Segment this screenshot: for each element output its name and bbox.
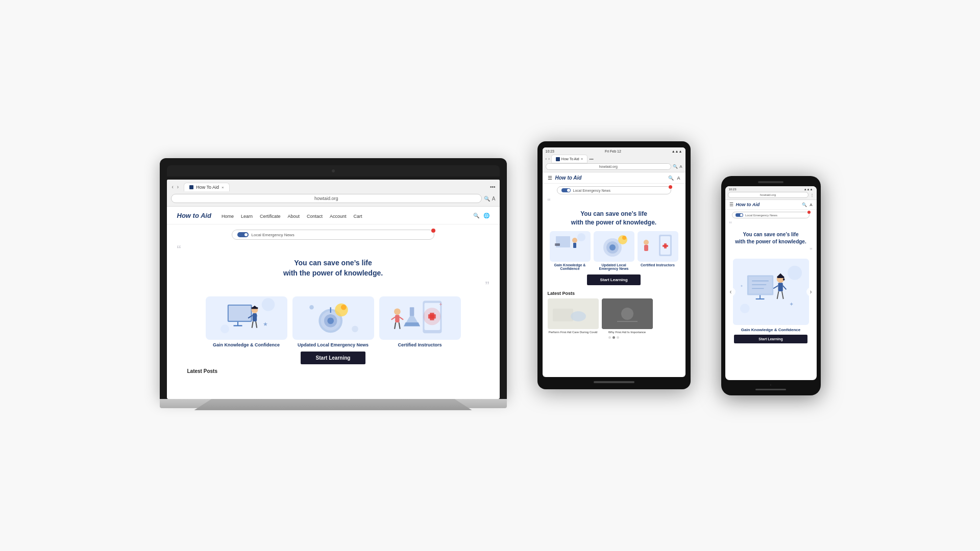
tablet-post-image-1: [548, 298, 599, 329]
laptop-nav-home[interactable]: Home: [222, 211, 234, 220]
tablet-feature-card-2: Updated Local Emergency News: [594, 231, 634, 270]
tablet-feature-card-3: Certified Instructors: [638, 231, 678, 270]
laptop-nav-contact[interactable]: Contact: [307, 211, 323, 220]
svg-point-78: [782, 279, 785, 281]
tablet-forward-icon[interactable]: ›: [548, 157, 550, 161]
laptop-stand: [160, 399, 507, 410]
svg-point-46: [622, 236, 626, 240]
back-arrow-icon[interactable]: ‹: [171, 183, 175, 191]
svg-text:✦: ✦: [789, 301, 793, 307]
laptop-translate-icon[interactable]: 🌐: [483, 213, 489, 218]
tablet-tab-row: ‹ › How To Aid × •••: [546, 155, 682, 163]
tablet-device: 10:23 Fri Feb 12 ▲▲▲ ‹ › How To Aid × ••…: [537, 141, 691, 389]
tablet-address-input[interactable]: howtaid.org: [546, 163, 672, 170]
phone-search-icon[interactable]: 🔍: [802, 203, 807, 207]
tablet-dot-3[interactable]: [617, 336, 619, 339]
tablet-hamburger-icon[interactable]: ☰: [548, 175, 552, 181]
tablet-translate-icon[interactable]: A: [679, 164, 682, 169]
search-icon[interactable]: 🔍: [484, 196, 490, 202]
laptop-site-nav: How to Aid Home Learn Certificate About …: [167, 207, 500, 224]
laptop-quote-close: ”: [177, 280, 489, 292]
phone-tagline: You can save one’s life with the power o…: [725, 231, 817, 245]
tablet-quote-open: “: [543, 197, 685, 208]
laptop-nav-certificate[interactable]: Certificate: [260, 211, 281, 220]
svg-line-33: [399, 317, 403, 320]
laptop-news-banner[interactable]: Local Emergency News: [232, 230, 435, 240]
tablet-browser-tab[interactable]: How To Aid ×: [551, 155, 588, 163]
phone-news-label: Local Emergency News: [745, 214, 777, 217]
forward-arrow-icon[interactable]: ›: [176, 183, 180, 191]
laptop-device: ‹ › How To Aid × ••• howtaid.org: [160, 158, 507, 408]
phone-device: 10:23 ▲▲▲ howtaid.org ⋮ ☰ How to Aid 🔍 A: [721, 176, 821, 395]
svg-rect-52: [644, 245, 648, 251]
phone-start-learning-button[interactable]: Start Learning: [734, 335, 807, 343]
tablet-feature-illustration-3: [638, 231, 678, 262]
svg-point-18: [327, 318, 334, 324]
laptop-browser-tab[interactable]: How To Aid ×: [184, 183, 230, 191]
laptop-camera: [332, 169, 335, 172]
phone-carousel-next-button[interactable]: ›: [806, 287, 816, 296]
laptop-nav-cart[interactable]: Cart: [354, 211, 362, 220]
laptop-news-toggle[interactable]: [237, 232, 249, 237]
tab-close-icon[interactable]: ×: [222, 185, 224, 190]
laptop-body: ‹ › How To Aid × ••• howtaid.org: [160, 158, 507, 399]
tablet-translate-icon-nav[interactable]: A: [677, 176, 680, 181]
laptop-nav-about[interactable]: About: [287, 211, 300, 220]
phone-carousel-card: ✦ ✦: [733, 259, 809, 325]
phone-news-banner[interactable]: Local Emergency News: [732, 212, 810, 218]
laptop-nav-learn[interactable]: Learn: [241, 211, 253, 220]
svg-point-22: [309, 305, 314, 310]
phone-back-label[interactable]: ‹: [770, 383, 771, 387]
browser-action-icons: 🔍 A: [484, 196, 496, 202]
phone-site-logo: How to Aid: [736, 202, 760, 207]
tablet-top-bar: 10:23 Fri Feb 12 ▲▲▲: [546, 149, 682, 153]
phone-quote-open: “: [725, 220, 817, 230]
tablet-post-svg-2: [602, 298, 653, 329]
tablet-tagline-line1: You can save one’s life: [550, 210, 678, 218]
svg-line-34: [395, 322, 396, 329]
tablet-post-card-2[interactable]: Why First Aid Is Importance: [602, 298, 653, 334]
tablet-tab-close-icon[interactable]: ×: [581, 157, 583, 161]
tablet-search-icon[interactable]: 🔍: [673, 164, 678, 169]
tablet-nav-action-icons: 🔍 A: [668, 176, 680, 181]
phone-home-indicator[interactable]: [755, 389, 786, 390]
svg-marker-13: [252, 306, 257, 308]
tablet-dot-2[interactable]: [612, 336, 615, 339]
laptop-news-notification-dot: [431, 229, 435, 233]
phone-hamburger-icon[interactable]: ☰: [729, 202, 733, 207]
svg-rect-31: [395, 315, 400, 322]
browser-more-icon[interactable]: •••: [490, 184, 496, 190]
phone-carousel-prev-button[interactable]: ‹: [726, 287, 736, 296]
tablet-post-card-1[interactable]: Perform First Aid Care During Covid: [548, 298, 599, 334]
phone-site-nav: ☰ How to Aid 🔍 A: [725, 200, 817, 210]
laptop-latest-posts-label: Latest Posts: [177, 368, 489, 374]
tablet-carousel-dots: [543, 336, 685, 339]
svg-rect-70: [778, 283, 782, 291]
phone-news-notification-dot: [807, 211, 811, 214]
svg-rect-39: [573, 243, 576, 248]
address-input[interactable]: howtaid.org: [171, 194, 482, 203]
phone-more-icon[interactable]: ⋮: [810, 193, 814, 197]
tablet-dot-1[interactable]: [608, 336, 611, 339]
laptop-nav-account[interactable]: Account: [330, 211, 347, 220]
laptop-start-learning-button[interactable]: Start Learning: [301, 352, 366, 364]
phone-translate-icon[interactable]: A: [810, 203, 812, 207]
svg-point-44: [609, 244, 616, 251]
tablet-more-icon[interactable]: •••: [589, 157, 593, 161]
tablet-start-learning-button[interactable]: Start Learning: [587, 274, 640, 285]
tablet-news-toggle[interactable]: [561, 188, 571, 192]
laptop-tagline: You can save one’s life with the power o…: [177, 258, 489, 278]
tablet-home-indicator[interactable]: [594, 381, 634, 383]
phone-news-toggle[interactable]: [736, 213, 743, 217]
tablet-back-icon[interactable]: ‹: [546, 157, 547, 161]
tablet-news-banner[interactable]: Local Emergency News: [557, 186, 671, 194]
laptop-tagline-line1: You can save one’s life: [177, 258, 489, 268]
laptop-base: [160, 399, 507, 408]
laptop-search-icon[interactable]: 🔍: [473, 213, 479, 218]
translate-icon[interactable]: A: [492, 196, 496, 202]
phone-address-input[interactable]: howtaid.org: [728, 192, 808, 198]
laptop-feature-svg-3: +: [379, 296, 461, 340]
laptop-feature-card-3: + Certified Instructors: [379, 296, 461, 347]
tablet-feature-svg-1: [551, 232, 589, 260]
tablet-search-icon-nav[interactable]: 🔍: [668, 176, 674, 181]
